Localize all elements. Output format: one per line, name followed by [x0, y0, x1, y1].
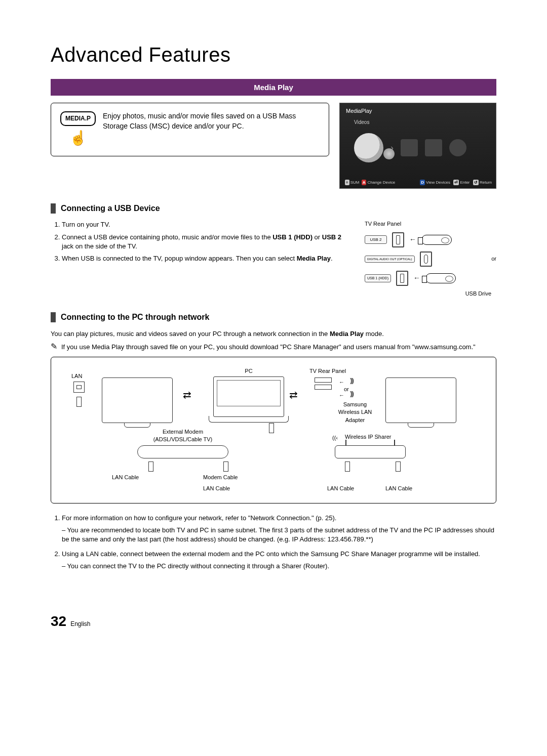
pc-label: PC [213, 367, 284, 375]
usb2-port-label: USB 2 [365, 235, 387, 244]
note-icon: ✎ [51, 343, 57, 351]
optical-port-label: DIGITAL AUDIO OUT (OPTICAL) [365, 256, 415, 263]
mediaplay-subtitle: Videos [354, 119, 490, 126]
wireless-signal-icon [350, 390, 353, 398]
lan-pin-icon [345, 461, 350, 472]
or-label: or [491, 255, 496, 263]
tv-front-icon [102, 377, 173, 423]
double-arrow-icon: ⇄ [289, 388, 296, 402]
usb1-port-icon [396, 271, 408, 286]
section-banner-media-play: Media Play [51, 79, 496, 96]
wireless-icon: ((‹ [332, 434, 338, 442]
hand-icon: ☝ [69, 128, 87, 148]
modem-cable-label: Modem Cable [203, 474, 238, 481]
footer-left: ≡SUM AChange Device [344, 180, 395, 185]
page-number: 32 [51, 611, 66, 631]
note-2-dash-1: You can connect the TV to the PC directl… [62, 562, 496, 571]
arrow-left-icon: ← [413, 273, 420, 283]
subsection-connecting-usb: Connecting a USB Device [51, 203, 496, 214]
tv-rear-ports-icon [315, 377, 332, 390]
network-notes-list: For more information on how to configure… [51, 514, 496, 571]
step-3: When USB is connected to the TV, popup w… [62, 254, 349, 263]
media-intro-box: MEDIA.P ☝ Enjoy photos, music and/or mov… [51, 103, 329, 156]
subsection-connecting-pc: Connecting to the PC through network [51, 312, 496, 323]
lan-pin-icon [396, 461, 401, 472]
lan-wall-port-icon [73, 382, 85, 393]
film-reel-icon [354, 133, 383, 162]
rear-panel-label: TV Rear Panel [365, 220, 496, 228]
mediaplay-title: MediaPlay [346, 107, 490, 115]
optical-port-icon [420, 251, 432, 267]
external-modem-label: External Modem(ADSL/VDSL/Cable TV) [137, 428, 228, 444]
usb-steps-list: Turn on your TV. Connect a USB device co… [51, 220, 349, 266]
arrow-left-icon: ← [409, 235, 416, 245]
lan-pin-icon [269, 423, 274, 433]
lan-pin-icon [148, 461, 153, 472]
wlan-adapter-label: Samsung Wireless LAN Adapter [332, 401, 378, 424]
lan-pin-icon [76, 397, 82, 407]
arrow-left-icon: ← [339, 392, 344, 399]
modem-icon [137, 445, 228, 458]
note-2: Using a LAN cable, connect between the e… [62, 550, 496, 571]
note-1: For more information on how to configure… [62, 514, 496, 544]
page-title: Advanced Features [51, 40, 496, 69]
step-1: Turn on your TV. [62, 220, 349, 229]
lan-pin-icon [223, 461, 228, 472]
wireless-signal-icon [350, 376, 353, 385]
mediaplay-screenshot: MediaPlay Videos › ≡SUM AChange Device D… [339, 103, 496, 189]
step-2: Connect a USB device containing photo, m… [62, 233, 349, 251]
media-intro-text: Enjoy photos, music and/or movie files s… [103, 111, 320, 148]
wireless-sharer-label: Wireless IP Sharer [345, 433, 392, 441]
usb-drive-icon [421, 235, 452, 245]
laptop-icon [213, 376, 284, 417]
section-bar-icon [51, 312, 56, 322]
double-arrow-icon: ⇄ [183, 388, 190, 402]
tv-front-icon [385, 377, 456, 423]
footer-right: DView Devices ⏎Enter ↺Return [419, 180, 492, 185]
usb1-port-label: USB 1 (HDD) [365, 274, 391, 282]
music-icon [401, 139, 418, 156]
lan-cable-label: LAN Cable [112, 474, 139, 481]
lan-cable-label: LAN Cable [385, 485, 412, 492]
tv-rear-panel-figure: TV Rear Panel USB 2 ← DIGITAL AUDIO OUT … [365, 220, 496, 298]
lan-cable-label: LAN Cable [203, 485, 230, 492]
photo-icon [425, 139, 442, 156]
network-diagram: LAN ⇄ PC ⇄ TV Rear Panel ← or ← Samsung … [51, 357, 496, 503]
lan-cable-label: LAN Cable [327, 485, 354, 492]
remote-button-label: MEDIA.P [60, 111, 96, 126]
usb-drive-caption: USB Drive [365, 290, 496, 298]
tv-rear-label: TV Rear Panel [309, 367, 346, 375]
or-label: or [344, 386, 349, 393]
page-footer: 32 English [51, 611, 496, 631]
router-icon [335, 445, 406, 458]
subsection-title: Connecting a USB Device [61, 203, 160, 214]
note-pc-share-manager: ✎ If you use Media Play through saved fi… [51, 343, 496, 352]
page-language: English [70, 620, 90, 628]
remote-button-mediap: MEDIA.P ☝ [60, 111, 96, 148]
settings-gear-icon [449, 139, 466, 156]
section-bar-icon [51, 203, 56, 214]
pc-network-intro: You can play pictures, music and videos … [51, 329, 496, 339]
lan-label: LAN [71, 372, 82, 380]
note-1-dash-1: You are recommended to locate both TV an… [62, 526, 496, 544]
usb2-port-icon [392, 232, 404, 247]
usb-drive-icon [425, 273, 456, 283]
subsection-title: Connecting to the PC through network [61, 312, 209, 323]
